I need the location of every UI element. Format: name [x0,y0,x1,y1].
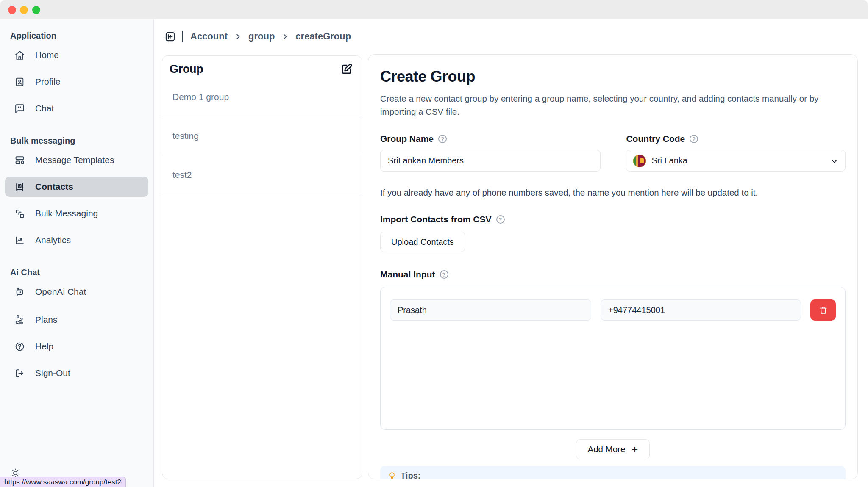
create-group-card: Create Group Create a new contact group … [368,54,858,479]
sidebar-item-analytics[interactable]: Analytics [5,230,148,250]
arrow-left-square-icon [164,31,176,42]
sidebar-item-label: Home [35,50,59,60]
add-more-label: Add More [587,444,625,454]
sidebar-section-label: Application [5,30,148,41]
sidebar-item-profile[interactable]: Profile [5,72,148,92]
home-icon [14,50,25,61]
help-icon[interactable]: ? [496,215,505,224]
group-name-note: If you already have any of phone numbers… [380,188,846,198]
group-name-label: Group Name [380,133,434,144]
manual-input-label-row: Manual Input ? [380,269,846,280]
chat-icon [14,103,25,114]
chevron-right-icon [281,33,289,41]
import-csv-label: Import Contacts from CSV [380,214,492,225]
sidebar-item-label: Sign-Out [35,368,70,378]
country-select-value: Sri Lanka [651,156,687,166]
sidebar-item-plans[interactable]: Plans [5,310,148,330]
help-icon[interactable]: ? [438,135,447,143]
minimize-window-button[interactable] [20,6,28,14]
sidebar-item-message-templates[interactable]: Message Templates [5,150,148,170]
country-select[interactable]: Sri Lanka [626,150,846,172]
sidebar-section-label: Bulk messaging [5,136,148,146]
breadcrumb-item-group[interactable]: group [248,31,275,42]
sidebar-item-bulk-messaging[interactable]: Bulk Messaging [5,203,148,224]
sidebar-item-label: Plans [35,315,58,325]
import-csv-label-row: Import Contacts from CSV ? [380,214,846,225]
breadcrumb-divider [182,31,183,42]
delete-contact-button[interactable] [810,299,836,321]
breadcrumb-item-account[interactable]: Account [190,31,228,42]
group-list-item-demo-1-group[interactable]: Demo 1 group [162,77,362,116]
group-list-item-testing[interactable]: testing [162,116,362,155]
edit-icon [340,63,353,76]
sidebar-item-sign-out[interactable]: Sign-Out [5,363,148,383]
country-code-label: Country Code [626,133,685,144]
group-name-input[interactable] [380,150,601,172]
upload-contacts-button[interactable]: Upload Contacts [380,232,465,252]
profile-icon [14,77,25,87]
sidebar-item-label: Analytics [35,235,71,245]
contact-name-input[interactable] [390,299,591,321]
bulk-messaging-icon [14,208,25,219]
status-url-tooltip: https://www.saaswa.com/group/test2 [0,477,126,487]
sidebar-item-label: Contacts [35,182,73,192]
help-icon[interactable]: ? [690,135,698,143]
chevron-right-icon [234,33,242,41]
sidebar-item-help[interactable]: Help [5,336,148,357]
group-list-panel: Group Demo 1 group testing test2 [162,55,362,479]
page-description: Create a new contact group by entering a… [380,92,844,118]
sidebar-item-label: Profile [35,77,61,87]
sidebar-section-ai-chat: Ai Chat OpenAi Chat [5,267,148,302]
tips-box: Tips: [380,466,846,479]
sidebar-item-label: Bulk Messaging [35,208,98,219]
group-panel-title: Group [170,63,203,76]
sidebar-item-label: Help [35,341,53,351]
hand-coins-icon [14,315,25,325]
breadcrumb-item-creategroup[interactable]: createGroup [295,31,351,42]
sidebar-item-home[interactable]: Home [5,45,148,65]
tips-label: Tips: [401,470,420,479]
contacts-icon [14,182,25,192]
chevron-down-icon [830,157,839,166]
group-name-label-row: Group Name ? [380,133,601,144]
analytics-icon [14,235,25,246]
back-button[interactable] [164,31,176,42]
lightbulb-icon [387,471,397,479]
close-window-button[interactable] [8,6,16,14]
sri-lanka-flag-icon [633,155,646,167]
trash-icon [818,305,828,315]
sidebar-item-openai-chat[interactable]: OpenAi Chat [5,282,148,302]
templates-icon [14,155,25,166]
sidebar-footer: Plans Help Sign-Out [5,310,148,383]
sidebar: Application Home Profile Chat Bulk messa… [0,19,154,487]
sidebar-item-chat[interactable]: Chat [5,98,148,119]
group-panel-header: Group [162,56,362,77]
manual-contacts-container [380,287,846,430]
sign-out-icon [14,368,25,379]
group-name-field: Group Name ? [380,133,601,172]
group-name-country-row: Group Name ? Country Code ? Sri Lanka [380,133,846,172]
window-titlebar [0,0,868,19]
group-list-item-test2[interactable]: test2 [162,155,362,194]
breadcrumb: Account group createGroup [164,30,351,42]
main-content: Account group createGroup Group Demo 1 g… [154,19,868,487]
sidebar-item-label: Message Templates [35,155,114,165]
sidebar-item-label: Chat [35,103,54,113]
help-icon [14,341,25,352]
sidebar-item-contacts[interactable]: Contacts [5,177,148,197]
page-title: Create Group [380,67,846,86]
new-group-button[interactable] [340,63,353,77]
sidebar-item-label: OpenAi Chat [35,287,86,297]
contact-row [390,299,836,321]
add-more-row: Add More + [380,439,846,459]
plus-icon: + [632,444,638,455]
help-icon[interactable]: ? [440,270,448,279]
add-more-button[interactable]: Add More + [576,439,649,459]
sidebar-section-bulk-messaging: Bulk messaging Message Templates Contact… [5,136,148,250]
sidebar-section-label: Ai Chat [5,267,148,277]
contact-phone-input[interactable] [601,299,801,321]
country-code-label-row: Country Code ? [626,133,846,144]
zoom-window-button[interactable] [32,6,40,14]
sidebar-section-application: Application Home Profile Chat [5,30,148,119]
manual-input-label: Manual Input [380,269,435,280]
